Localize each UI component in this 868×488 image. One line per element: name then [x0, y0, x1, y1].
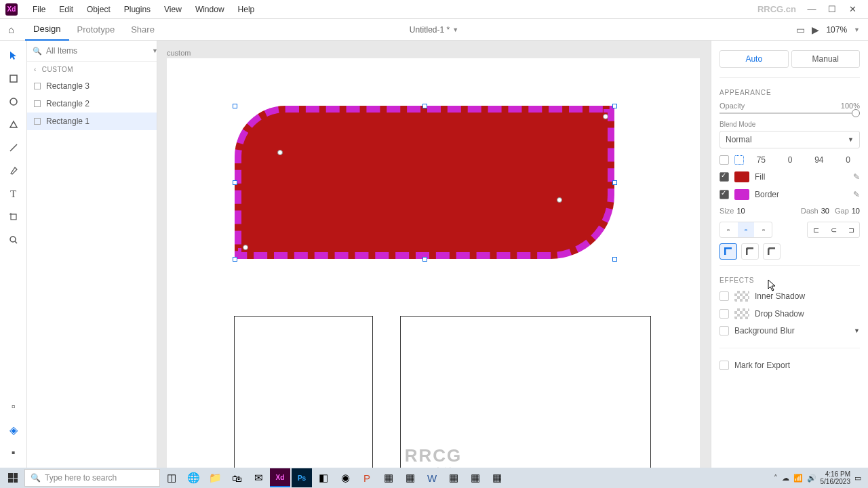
task-app-icon[interactable]: ▦ [378, 468, 399, 487]
selection-handle[interactable] [233, 104, 237, 108]
maximize-button[interactable]: ☐ [822, 0, 842, 19]
canvas[interactable]: custom RRCG 人人素材 [157, 41, 711, 468]
word-icon[interactable]: W [422, 468, 442, 487]
corner-radius-handle[interactable] [603, 114, 608, 119]
cap-round-button[interactable]: ⊂ [825, 222, 842, 237]
tab-prototype[interactable]: Prototype [69, 19, 123, 41]
drop-shadow-checkbox[interactable] [719, 309, 729, 319]
corner-bl-input[interactable]: 0 [836, 155, 860, 165]
resize-manual-button[interactable]: Manual [791, 50, 861, 68]
task-view-icon[interactable]: ◫ [161, 468, 182, 487]
layer-item[interactable]: Rectangle 3 [27, 77, 157, 95]
selection-handle[interactable] [233, 257, 237, 262]
corner-radius-handle[interactable] [243, 245, 248, 250]
stroke-inner-button[interactable]: ▫ [720, 222, 736, 237]
menu-plugins[interactable]: Plugins [117, 5, 157, 14]
inner-shadow-swatch[interactable] [734, 291, 749, 302]
artboard-label[interactable]: custom [167, 49, 191, 57]
zoom-value[interactable]: 107% [826, 25, 847, 35]
border-dash-input[interactable]: 30 [821, 207, 829, 215]
stroke-outer-button[interactable]: ▫ [755, 222, 772, 237]
select-tool[interactable] [5, 47, 22, 64]
corners-independent-toggle[interactable] [734, 155, 744, 165]
join-round-button[interactable] [741, 243, 759, 260]
pen-tool[interactable] [5, 163, 22, 179]
back-icon[interactable]: ‹ [34, 66, 37, 73]
layer-item[interactable]: Rectangle 2 [27, 95, 157, 113]
stroke-center-button[interactable]: ▫ [738, 222, 754, 237]
zoom-chevron-icon[interactable]: ▼ [854, 26, 860, 33]
corner-tr-input[interactable]: 0 [778, 155, 802, 165]
opacity-slider[interactable] [719, 113, 860, 114]
menu-window[interactable]: Window [189, 5, 231, 14]
layers-category[interactable]: ‹ CUSTOM [27, 62, 157, 77]
corner-br-input[interactable]: 94 [808, 155, 831, 165]
rectangle-2-shape[interactable] [234, 316, 373, 468]
rectangle-tool[interactable] [5, 70, 22, 87]
zoom-tool[interactable] [5, 232, 22, 248]
powerpoint-icon[interactable]: P [357, 468, 377, 487]
blend-mode-dropdown[interactable]: Normal ▼ [719, 131, 860, 148]
explorer-icon[interactable]: 📁 [205, 468, 225, 487]
border-size-input[interactable]: 10 [736, 207, 745, 215]
minimize-button[interactable]: — [802, 0, 822, 19]
eyedropper-icon[interactable]: ✎ [853, 190, 860, 199]
chevron-down-icon[interactable]: ▼ [854, 327, 860, 334]
eyedropper-icon[interactable]: ✎ [853, 172, 860, 182]
corner-radius-handle[interactable] [557, 197, 562, 203]
start-button[interactable] [3, 468, 23, 487]
rectangle-1-shape[interactable] [235, 106, 614, 259]
text-tool[interactable]: T [5, 186, 22, 202]
ellipse-tool[interactable] [5, 94, 22, 110]
task-app-icon[interactable]: ▦ [400, 468, 420, 487]
corners-same-toggle[interactable] [719, 155, 729, 165]
tray-notifications-icon[interactable]: ▭ [854, 474, 861, 483]
tray-sound-icon[interactable]: 🔊 [807, 474, 816, 483]
corner-tl-input[interactable]: 75 [749, 155, 773, 165]
edge-icon[interactable]: 🌐 [183, 468, 203, 487]
libraries-icon[interactable]: ▫ [5, 399, 22, 415]
join-bevel-button[interactable] [763, 243, 781, 260]
slider-thumb[interactable] [852, 109, 860, 117]
menu-edit[interactable]: Edit [52, 5, 80, 14]
mark-export-checkbox[interactable] [719, 361, 729, 370]
fill-checkbox[interactable] [719, 172, 729, 182]
play-icon[interactable]: ▶ [812, 24, 819, 35]
task-app-icon[interactable]: ▦ [443, 468, 464, 487]
store-icon[interactable]: 🛍 [226, 468, 247, 487]
mail-icon[interactable]: ✉ [248, 468, 269, 487]
tray-chevron-icon[interactable]: ˄ [774, 474, 778, 483]
opacity-value[interactable]: 100% [841, 102, 860, 110]
layers-icon[interactable]: ◈ [5, 422, 22, 438]
line-tool[interactable] [5, 140, 22, 156]
selection-handle[interactable] [612, 104, 617, 108]
join-miter-button[interactable] [719, 243, 737, 260]
fill-color-swatch[interactable] [734, 171, 749, 182]
layers-search-input[interactable] [46, 46, 148, 56]
home-icon[interactable]: ⌂ [8, 24, 14, 35]
artboard[interactable]: RRCG 人人素材 [167, 58, 700, 468]
drop-shadow-swatch[interactable] [734, 308, 749, 319]
selection-handle[interactable] [233, 180, 237, 185]
document-chevron-icon[interactable]: ▼ [452, 26, 458, 33]
tray-wifi-icon[interactable]: 📶 [793, 474, 803, 483]
layer-item[interactable]: Rectangle 1 [27, 113, 157, 130]
device-preview-icon[interactable]: ▭ [796, 24, 805, 35]
tab-design[interactable]: Design [25, 19, 68, 41]
selection-handle[interactable] [612, 257, 617, 262]
selection-handle[interactable] [422, 104, 427, 108]
tray-cloud-icon[interactable]: ☁ [782, 474, 789, 483]
xd-icon[interactable]: Xd [270, 468, 290, 487]
artboard-tool[interactable] [5, 209, 22, 225]
menu-help[interactable]: Help [231, 5, 262, 14]
ps-icon[interactable]: Ps [292, 468, 312, 487]
tab-share[interactable]: Share [123, 19, 163, 41]
menu-file[interactable]: File [26, 5, 52, 14]
inner-shadow-checkbox[interactable] [719, 291, 729, 301]
border-gap-input[interactable]: 10 [852, 207, 860, 215]
chrome-icon[interactable]: ◉ [335, 468, 355, 487]
border-color-swatch[interactable] [734, 189, 749, 200]
task-app-icon[interactable]: ▦ [487, 468, 507, 487]
border-checkbox[interactable] [719, 190, 729, 199]
cap-butt-button[interactable]: ⊏ [808, 222, 824, 237]
